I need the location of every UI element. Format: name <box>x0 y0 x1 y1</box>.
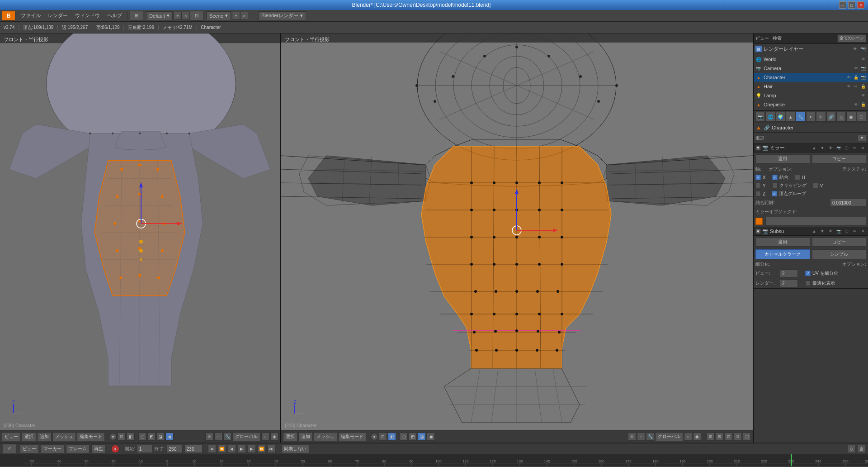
vertex-mode-left[interactable]: ● <box>109 433 117 440</box>
snap-toggle[interactable]: 🔧 <box>223 433 231 441</box>
hair-scissors[interactable]: ✂ <box>853 83 859 90</box>
mode-left[interactable]: 編集モード <box>77 432 105 441</box>
character-eye[interactable]: 👁 <box>845 74 852 81</box>
current-frame[interactable]: 236 <box>184 445 203 453</box>
mirror-delete-btn[interactable]: ✕ <box>860 145 866 151</box>
subsurf-render-value[interactable]: 2 <box>780 279 798 287</box>
timeline-icon[interactable]: ⏱ <box>3 444 16 454</box>
overlay-5[interactable]: ⬚ <box>743 433 751 441</box>
help-menu[interactable]: ヘルプ <box>104 11 126 21</box>
prop-tab-scene[interactable]: 🌐 <box>765 112 775 122</box>
mirror-x-checkbox[interactable]: ✓ <box>755 175 761 180</box>
prop-edit-right[interactable]: ○ <box>684 433 692 441</box>
onepiece-restrict[interactable]: 🔒 <box>860 101 866 108</box>
skip-start-btn[interactable]: ⏮ <box>208 445 216 453</box>
subsurf-collapse-btn[interactable]: ▾ <box>755 229 761 234</box>
start-value[interactable]: 1 <box>137 445 153 453</box>
proportional-edit[interactable]: ○ <box>261 433 269 441</box>
scene-icon[interactable]: ⊡ <box>190 11 203 21</box>
mirror-y-checkbox[interactable] <box>755 183 761 188</box>
edge-mode-right[interactable]: ⊡ <box>379 433 387 441</box>
render-engine-dropdown[interactable]: Blenderレンダー▾ <box>258 11 306 20</box>
prop-tab-data[interactable]: △ <box>836 112 846 122</box>
onepiece-eye[interactable]: 👁 <box>853 101 859 108</box>
engine-add-btn[interactable]: + <box>174 12 182 20</box>
pivot-right[interactable]: ⊕ <box>628 433 636 441</box>
subsurf-up-btn[interactable]: ▲ <box>811 228 817 234</box>
overlay-1[interactable]: ⊞ <box>707 433 715 441</box>
add-modifier-btn[interactable]: ▾ <box>858 134 866 141</box>
scene-add-btn[interactable]: + <box>232 12 240 20</box>
world-eye[interactable]: 👁 <box>860 56 866 62</box>
mirror-apply-btn[interactable]: 適用 <box>755 154 810 163</box>
keyframe-del[interactable]: 🗑 <box>857 445 865 453</box>
mirror-v-checkbox[interactable] <box>813 183 818 188</box>
end-value[interactable]: 250 <box>167 445 183 453</box>
shade-1-right[interactable]: ◻ <box>400 433 408 441</box>
mirror-down-btn[interactable]: ▼ <box>819 145 826 151</box>
subsurf-eye-btn[interactable]: 👁 <box>827 228 834 234</box>
prop-tab-world[interactable]: 🌍 <box>776 112 785 122</box>
right-viewport[interactable]: フロント・半行投影 <box>281 33 754 443</box>
engine-remove-btn[interactable]: × <box>182 12 190 20</box>
subsurf-edit-btn[interactable]: ✏ <box>852 228 858 234</box>
minimize-button[interactable]: − <box>839 1 846 9</box>
overlay-3[interactable]: ⊟ <box>725 433 733 441</box>
mesh-menu-left[interactable]: メッシュ <box>52 432 76 441</box>
manipulator-toggle[interactable]: ↔ <box>214 433 222 441</box>
face-mode-left[interactable]: ◧ <box>127 433 135 441</box>
subsurf-copy-btn[interactable]: コピー <box>812 238 867 247</box>
prop-tab-render[interactable]: 📷 <box>755 112 765 122</box>
subsurf-delete-btn[interactable]: ✕ <box>860 228 866 234</box>
tree-item-lamp[interactable]: 💡 Lamp 👁 <box>754 91 868 100</box>
hair-eye[interactable]: 👁 <box>845 83 852 90</box>
mirror-collapse-btn[interactable]: ▾ <box>755 145 761 151</box>
prop-tab-texture[interactable]: ⬡ <box>857 112 866 122</box>
edge-mode-left[interactable]: ⊡ <box>118 433 126 441</box>
simple-btn[interactable]: シンプル <box>812 249 867 259</box>
next-keyframe-btn[interactable]: ⏩ <box>258 445 266 453</box>
prev-frame-btn[interactable]: ◀ <box>228 445 236 453</box>
proportional-type[interactable]: ◉ <box>270 433 278 441</box>
mirror-camera-btn[interactable]: 📷 <box>763 145 768 151</box>
timeline-marker-btn[interactable]: マーカー <box>41 444 64 453</box>
camera-eye[interactable]: 👁 <box>853 65 859 71</box>
file-menu[interactable]: ファイル <box>17 11 44 21</box>
tree-item-hair[interactable]: ▲ Hair 👁 ✂ 🔒 <box>754 82 868 91</box>
mode-icon[interactable]: ⊞ <box>130 11 143 21</box>
prop-tab-constraints[interactable]: 🔗 <box>826 112 836 122</box>
prop-tab-modifier[interactable]: 🔧 <box>796 112 805 122</box>
viewport-shade-1[interactable]: ◻ <box>138 433 146 441</box>
camera-render[interactable]: 📷 <box>860 65 866 71</box>
tree-item-camera[interactable]: 📷 Camera 👁 📷 <box>754 64 868 73</box>
scene-remove-btn[interactable]: × <box>240 12 248 20</box>
prop-type-right[interactable]: ◉ <box>693 433 701 441</box>
mirror-cage-btn[interactable]: ⬡ <box>844 145 850 151</box>
mirror-clip-checkbox[interactable] <box>772 183 778 188</box>
hair-restrict[interactable]: 🔒 <box>860 83 866 90</box>
prop-tab-material[interactable]: ◉ <box>846 112 856 122</box>
left-viewport[interactable]: フロント・半行投影 <box>0 33 281 443</box>
anim-record-btn[interactable]: ● <box>111 445 119 453</box>
mirror-copy-btn[interactable]: コピー <box>812 154 867 163</box>
overlay-4[interactable]: ⧈ <box>734 433 742 441</box>
mesh-menu-right[interactable]: メッシュ <box>314 432 337 441</box>
pivot-point[interactable]: ⊕ <box>205 433 213 441</box>
play-btn[interactable]: ▶ <box>238 445 246 453</box>
mode-right[interactable]: 編集モード <box>338 432 366 441</box>
mirror-vg-checkbox[interactable]: ✓ <box>772 191 777 196</box>
scene-filter-btn[interactable]: 全てのシーン <box>837 34 866 43</box>
scene-dropdown[interactable]: Scene▾ <box>206 11 231 20</box>
close-button[interactable]: × <box>857 1 864 9</box>
render-layer-eye[interactable]: 👁 <box>852 46 858 52</box>
select-menu-left[interactable]: 選択 <box>22 432 36 441</box>
global-right[interactable]: グローバル <box>655 432 683 441</box>
face-mode-right[interactable]: ◧ <box>388 433 396 441</box>
mirror-u-checkbox[interactable] <box>795 175 800 180</box>
shade-4-right[interactable]: ◼ <box>427 433 435 441</box>
prop-tab-physics[interactable]: ⚛ <box>816 112 826 122</box>
shade-2-right[interactable]: ◩ <box>409 433 417 441</box>
global-left[interactable]: グローバル <box>232 432 260 441</box>
window-menu[interactable]: ウィンドウ <box>71 11 104 21</box>
mirror-merge-limit-value[interactable]: 0.001000 <box>830 199 866 207</box>
